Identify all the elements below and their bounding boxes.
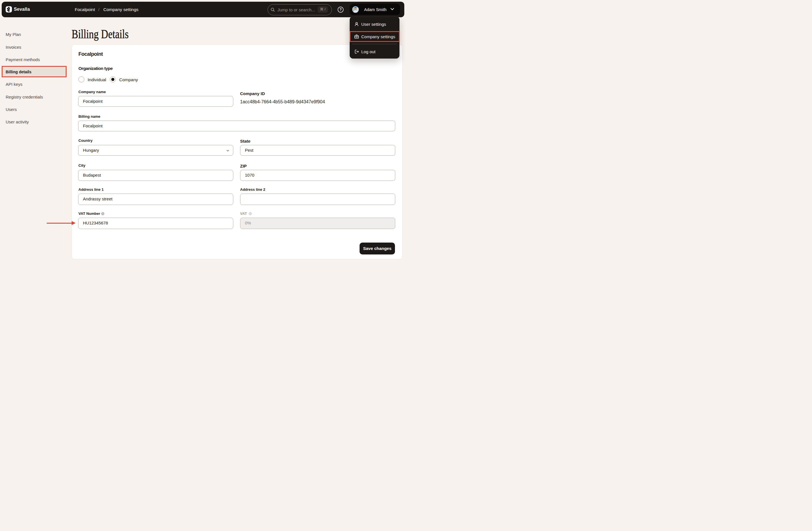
svg-text:?: ? [339, 8, 342, 12]
